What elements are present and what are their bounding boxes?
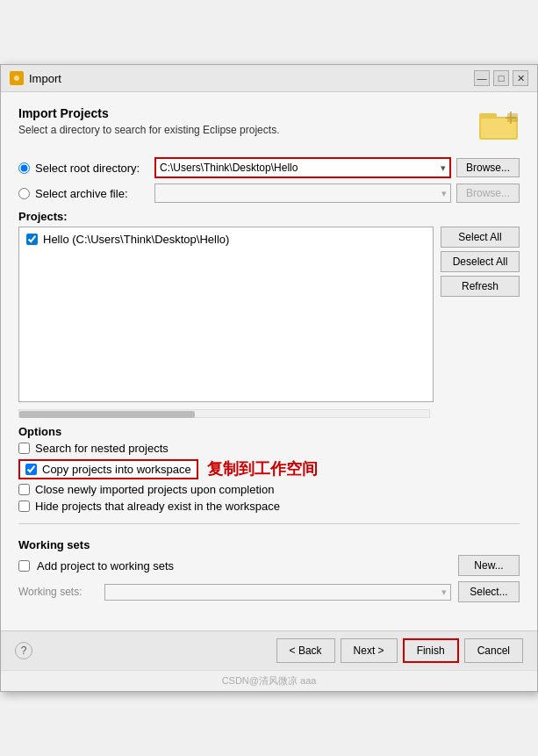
root-path-input[interactable] bbox=[156, 159, 437, 176]
dialog-content: Import Projects Select a directory to se… bbox=[1, 92, 537, 616]
svg-rect-3 bbox=[479, 113, 497, 119]
refresh-button[interactable]: Refresh bbox=[441, 276, 520, 297]
finish-button[interactable]: Finish bbox=[403, 638, 459, 663]
help-button[interactable]: ? bbox=[15, 642, 32, 659]
hide-existing-checkbox[interactable] bbox=[18, 500, 30, 512]
projects-area: Hello (C:\Users\Think\Desktop\Hello) Sel… bbox=[18, 227, 520, 402]
working-sets-section: Working sets Add project to working sets… bbox=[18, 523, 520, 602]
archive-file-row: Select archive file: ▾ Browse... bbox=[18, 184, 520, 203]
copy-projects-highlight-row: Copy projects into workspace 复制到工作空间 bbox=[18, 458, 520, 479]
root-directory-label: Select root directory: bbox=[35, 162, 149, 175]
hide-existing-label: Hide projects that already exist in the … bbox=[35, 500, 280, 513]
maximize-button[interactable]: □ bbox=[493, 70, 509, 86]
close-imported-row: Close newly imported projects upon compl… bbox=[18, 483, 520, 496]
add-to-working-sets-label: Add project to working sets bbox=[37, 559, 174, 572]
copy-projects-checkbox[interactable] bbox=[25, 464, 37, 475]
add-to-working-sets-row: Add project to working sets New... bbox=[18, 555, 520, 576]
title-bar: Import — □ ✕ bbox=[1, 65, 537, 92]
working-sets-label: Working sets bbox=[18, 538, 520, 551]
archive-dropdown-arrow: ▾ bbox=[438, 186, 450, 201]
minimize-button[interactable]: — bbox=[474, 70, 490, 86]
options-label: Options bbox=[18, 425, 520, 438]
header-text: Import Projects Select a directory to se… bbox=[18, 106, 477, 147]
archive-path-input[interactable] bbox=[155, 184, 438, 202]
back-button[interactable]: < Back bbox=[276, 638, 335, 663]
root-path-wrapper: ▾ bbox=[154, 157, 451, 178]
archive-file-radio[interactable] bbox=[18, 188, 30, 199]
close-button[interactable]: ✕ bbox=[513, 70, 528, 86]
search-nested-row: Search for nested projects bbox=[18, 442, 520, 455]
projects-buttons: Select All Deselect All Refresh bbox=[441, 227, 520, 402]
new-working-set-button[interactable]: New... bbox=[458, 555, 520, 576]
close-imported-checkbox[interactable] bbox=[18, 484, 30, 495]
browse-archive-button[interactable]: Browse... bbox=[456, 184, 520, 203]
copy-projects-label: Copy projects into workspace bbox=[42, 463, 191, 476]
annotation-text: 复制到工作空间 bbox=[207, 458, 318, 479]
projects-label: Projects: bbox=[18, 210, 520, 223]
archive-file-label: Select archive file: bbox=[35, 187, 149, 200]
page-subtitle: Select a directory to search for existin… bbox=[18, 124, 477, 136]
copy-projects-wrapper: Copy projects into workspace bbox=[18, 459, 198, 479]
projects-list: Hello (C:\Users\Think\Desktop\Hello) bbox=[18, 227, 434, 402]
bottom-bar: ? < Back Next > Finish Cancel bbox=[1, 630, 537, 670]
svg-point-1 bbox=[14, 76, 19, 81]
working-sets-dropdown-wrapper: ▾ bbox=[104, 584, 451, 601]
project-name-hello: Hello (C:\Users\Think\Desktop\Hello) bbox=[43, 233, 229, 246]
watermark: CSDN@清风微凉 aaa bbox=[1, 670, 537, 691]
add-to-working-sets-checkbox[interactable] bbox=[18, 560, 30, 572]
root-dropdown-arrow: ▾ bbox=[437, 161, 449, 176]
scrollbar-thumb bbox=[19, 411, 195, 418]
search-nested-label: Search for nested projects bbox=[35, 442, 169, 455]
bottom-buttons: < Back Next > Finish Cancel bbox=[276, 638, 523, 663]
root-directory-radio[interactable] bbox=[18, 162, 30, 174]
deselect-all-button[interactable]: Deselect All bbox=[441, 251, 520, 272]
next-button[interactable]: Next > bbox=[341, 638, 398, 663]
title-bar-left: Import bbox=[10, 71, 61, 85]
search-nested-checkbox[interactable] bbox=[18, 443, 30, 454]
hide-existing-row: Hide projects that already exist in the … bbox=[18, 500, 520, 513]
root-directory-row: Select root directory: ▾ Browse... bbox=[18, 157, 520, 178]
dialog-title: Import bbox=[29, 72, 61, 85]
cancel-button[interactable]: Cancel bbox=[464, 638, 523, 663]
projects-scrollbar[interactable] bbox=[18, 409, 430, 418]
bottom-left: ? bbox=[15, 642, 32, 659]
close-imported-label: Close newly imported projects upon compl… bbox=[35, 483, 274, 496]
list-item: Hello (C:\Users\Think\Desktop\Hello) bbox=[23, 231, 429, 248]
folder-icon bbox=[477, 106, 520, 141]
import-dialog: Import — □ ✕ Import Projects Select a di… bbox=[0, 64, 538, 692]
page-title: Import Projects bbox=[18, 106, 477, 120]
project-checkbox-hello[interactable] bbox=[26, 234, 38, 245]
title-controls: — □ ✕ bbox=[474, 70, 528, 86]
browse-root-button[interactable]: Browse... bbox=[456, 158, 520, 177]
header-row: Import Projects Select a directory to se… bbox=[18, 106, 520, 147]
working-sets-arrow: ▾ bbox=[441, 587, 447, 598]
select-working-set-button[interactable]: Select... bbox=[458, 581, 520, 602]
select-all-button[interactable]: Select All bbox=[441, 227, 520, 248]
eclipse-icon bbox=[10, 71, 24, 85]
working-sets-input-row: Working sets: ▾ Select... bbox=[18, 581, 520, 602]
working-sets-field-label: Working sets: bbox=[18, 586, 97, 598]
options-section: Options Search for nested projects Copy … bbox=[18, 425, 520, 513]
